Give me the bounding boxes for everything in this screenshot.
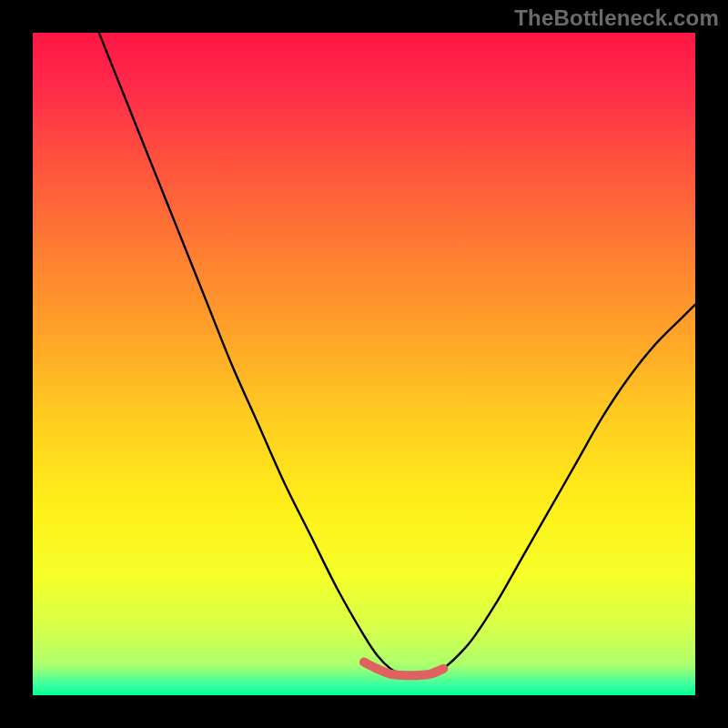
plot-area [33, 33, 695, 695]
watermark-text: TheBottleneck.com [514, 5, 719, 31]
chart-stage: TheBottleneck.com [0, 0, 728, 728]
gradient-background [33, 33, 695, 695]
svg-rect-0 [33, 33, 695, 695]
